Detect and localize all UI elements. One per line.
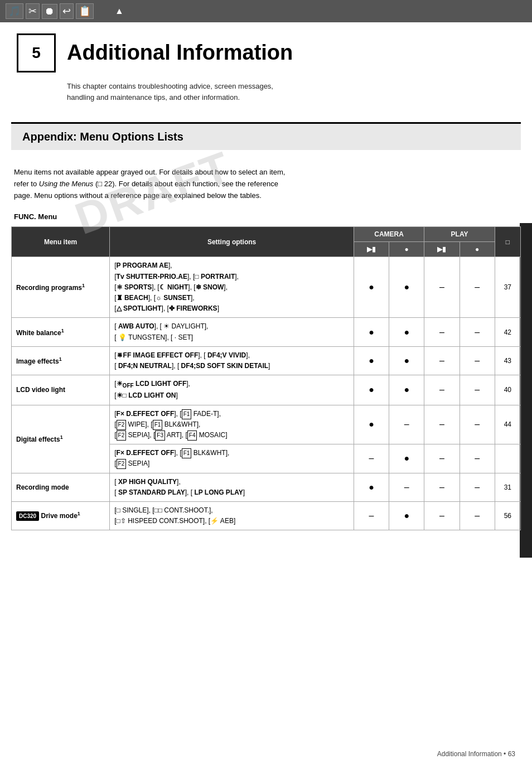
th-cam1: ▶▮ [354,242,389,257]
th-setting-options: Setting options [110,227,354,257]
cam1-digital-effects-1: ● [354,405,389,444]
play2-lcd-light: – [460,375,495,405]
play1-digital-effects-2: – [424,444,460,473]
clipboard-icon[interactable]: 📋 [76,3,94,19]
page-image-effects: 43 [495,346,520,375]
play1-white-balance: – [424,318,460,346]
menu-item-drive-mode: DC320 Drive mode1 [12,501,110,530]
menu-options-table: Menu item Setting options CAMERA PLAY □ … [11,226,521,530]
play1-digital-effects-1: – [424,405,460,444]
page-recording-programs: 37 [495,257,520,318]
cam2-recording-mode: – [389,473,424,501]
cam1-image-effects: ● [354,346,389,375]
table-row: Image effects1 [⛯FF IMAGE EFFECT OFF], [… [12,346,521,375]
cut-icon[interactable]: ✂ [26,3,40,19]
page-digital-effects-1: 44 [495,405,520,444]
cam1-digital-effects-2: – [354,444,389,473]
body-line2: refer to Using the Menus (□ 22). For det… [14,178,518,190]
appendix-title: Appendix: Menu Options Lists [22,130,510,143]
func-menu-label: FUNC. Menu [0,210,532,224]
record-icon[interactable]: ⏺ [42,4,57,19]
menu-table-container: Menu item Setting options CAMERA PLAY □ … [0,226,532,530]
th-play: PLAY [424,227,495,242]
chapter-description: This chapter contains troubleshooting ad… [0,78,532,105]
setting-recording-mode: [ XP HIGH QUALITY], [ SP STANDARD PLAY],… [110,473,354,501]
th-play1: ▶▮ [424,242,460,257]
table-row: LCD video light [☀OFF LCD LIGHT OFF], [☀… [12,375,521,405]
cam1-drive-mode: – [354,501,389,530]
page-lcd-light: 40 [495,375,520,405]
cam1-white-balance: ● [354,318,389,346]
page-white-balance: 42 [495,318,520,346]
play2-drive-mode: – [460,501,495,530]
body-line3: page. Menu options without a reference p… [14,190,518,202]
undo-icon[interactable]: ↩ [60,3,74,19]
cam2-white-balance: ● [389,318,424,346]
menu-item-recording-programs: Recording programs1 [12,257,110,318]
th-page-col: □ [495,227,520,257]
setting-digital-effects-1: [F× D.EFFECT OFF], [F1 FADE-T], [F2 WIPE… [110,405,354,444]
setting-image-effects: [⛯FF IMAGE EFFECT OFF], [ DF4;V VIVID], … [110,346,354,375]
th-play2: ● [460,242,495,257]
menu-item-lcd-light: LCD video light [12,375,110,405]
cam2-digital-effects-1: – [389,405,424,444]
menu-item-recording-mode: Recording mode [12,473,110,501]
page-recording-mode: 31 [495,473,520,501]
top-nav-bar: 🎵 ✂ ⏺ ↩ 📋 ▲ [0,0,532,22]
menu-item-white-balance: White balance1 [12,318,110,346]
cam2-lcd-light: ● [389,375,424,405]
cam2-recording-programs: ● [389,257,424,318]
setting-lcd-light: [☀OFF LCD LIGHT OFF], [☀□ LCD LIGHT ON] [110,375,354,405]
dc320-badge: DC320 [16,511,39,521]
footer: Additional Information • 63 [437,750,515,758]
chapter-header: 5 Additional Information [0,22,532,78]
cam1-recording-programs: ● [354,257,389,318]
play2-recording-programs: – [460,257,495,318]
play2-image-effects: – [460,346,495,375]
cam2-digital-effects-2: ● [389,444,424,473]
play2-digital-effects-2: – [460,444,495,473]
appendix-section: Appendix: Menu Options Lists [11,122,521,150]
table-row: Recording mode [ XP HIGH QUALITY], [ SP … [12,473,521,501]
chapter-number-icon: 5 [17,33,56,72]
setting-drive-mode: [□ SINGLE], [□□ CONT.SHOOT.], [□⇧ HISPEE… [110,501,354,530]
body-text: Menu items not available appear grayed o… [0,158,532,210]
menu-item-image-effects: Image effects1 [12,346,110,375]
setting-recording-programs: [P PROGRAM AE], [Tv SHUTTER-PRIO.AE], [□… [110,257,354,318]
play1-lcd-light: – [424,375,460,405]
play2-white-balance: – [460,318,495,346]
setting-digital-effects-2: [F× D.EFFECT OFF], [F1 BLK&WHT], [F2 SEP… [110,444,354,473]
page-drive-mode: 56 [495,501,520,530]
table-row: Recording programs1 [P PROGRAM AE], [Tv … [12,257,521,318]
th-cam2: ● [389,242,424,257]
play2-recording-mode: – [460,473,495,501]
nav-icons: 🎵 ✂ ⏺ ↩ 📋 [6,3,94,19]
play1-recording-mode: – [424,473,460,501]
chapter-title: Additional Information [67,41,293,65]
cam2-image-effects: ● [389,346,424,375]
music-icon[interactable]: 🎵 [6,3,23,19]
menu-item-digital-effects: Digital effects1 [12,405,110,473]
table-row: DC320 Drive mode1 [□ SINGLE], [□□ CONT.S… [12,501,521,530]
cam2-drive-mode: ● [389,501,424,530]
setting-white-balance: [ AWB AUTO], [ ☀ DAYLIGHT], [ 💡 TUNGSTEN… [110,318,354,346]
nav-arrow: ▲ [115,6,124,16]
play1-recording-programs: – [424,257,460,318]
play1-image-effects: – [424,346,460,375]
play1-drive-mode: – [424,501,460,530]
th-menu-item: Menu item [12,227,110,257]
play2-digital-effects-1: – [460,405,495,444]
cam1-recording-mode: ● [354,473,389,501]
page-digital-effects-2 [495,444,520,473]
th-camera: CAMERA [354,227,424,242]
body-line1: Menu items not available appear grayed o… [14,167,518,178]
table-row: Digital effects1 [F× D.EFFECT OFF], [F1 … [12,405,521,444]
cam1-lcd-light: ● [354,375,389,405]
table-header-top: Menu item Setting options CAMERA PLAY □ [12,227,521,242]
table-row: White balance1 [ AWB AUTO], [ ☀ DAYLIGHT… [12,318,521,346]
